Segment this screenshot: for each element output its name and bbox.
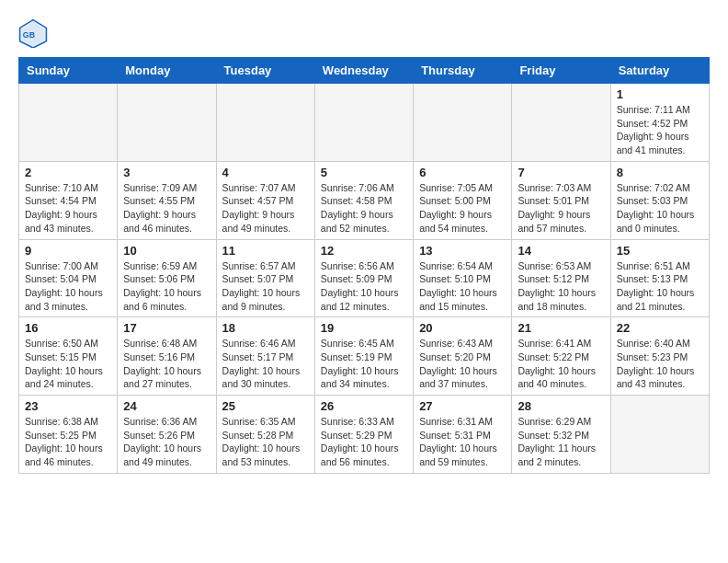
day-cell: 10Sunrise: 6:59 AM Sunset: 5:06 PM Dayli… [118,239,216,317]
day-number: 22 [617,321,703,335]
day-info: Sunrise: 6:53 AM Sunset: 5:12 PM Dayligh… [518,259,604,314]
day-info: Sunrise: 6:57 AM Sunset: 5:07 PM Dayligh… [222,259,309,314]
day-number: 26 [321,399,407,413]
day-info: Sunrise: 6:36 AM Sunset: 5:26 PM Dayligh… [123,415,210,469]
day-cell: 23Sunrise: 6:38 AM Sunset: 5:25 PM Dayli… [19,396,118,474]
day-cell: 18Sunrise: 6:46 AM Sunset: 5:17 PM Dayli… [216,317,314,396]
day-info: Sunrise: 6:59 AM Sunset: 5:06 PM Dayligh… [123,259,210,314]
day-cell: 16Sunrise: 6:50 AM Sunset: 5:15 PM Dayli… [19,317,118,396]
week-row-4: 16Sunrise: 6:50 AM Sunset: 5:15 PM Dayli… [19,317,710,396]
day-cell: 2Sunrise: 7:10 AM Sunset: 4:54 PM Daylig… [19,161,118,239]
day-cell: 19Sunrise: 6:45 AM Sunset: 5:19 PM Dayli… [314,317,413,396]
day-cell: 21Sunrise: 6:41 AM Sunset: 5:22 PM Dayli… [512,317,610,396]
day-info: Sunrise: 7:09 AM Sunset: 4:55 PM Dayligh… [123,181,210,236]
day-number: 8 [617,166,703,179]
day-cell: 13Sunrise: 6:54 AM Sunset: 5:10 PM Dayli… [414,239,512,317]
day-cell: 24Sunrise: 6:36 AM Sunset: 5:26 PM Dayli… [118,396,216,474]
day-cell: 14Sunrise: 6:53 AM Sunset: 5:12 PM Dayli… [512,239,610,317]
day-number: 3 [123,166,210,179]
day-cell: 28Sunrise: 6:29 AM Sunset: 5:32 PM Dayli… [512,396,610,474]
svg-text:GB: GB [23,30,35,40]
day-cell [610,396,709,474]
day-number: 27 [419,399,506,413]
day-info: Sunrise: 6:31 AM Sunset: 5:31 PM Dayligh… [419,415,506,469]
day-info: Sunrise: 7:05 AM Sunset: 5:00 PM Dayligh… [419,181,506,236]
day-info: Sunrise: 6:33 AM Sunset: 5:29 PM Dayligh… [321,415,407,469]
weekday-header-friday: Friday [512,58,610,84]
day-cell: 26Sunrise: 6:33 AM Sunset: 5:29 PM Dayli… [314,396,413,474]
day-cell: 8Sunrise: 7:02 AM Sunset: 5:03 PM Daylig… [610,161,709,239]
day-cell: 12Sunrise: 6:56 AM Sunset: 5:09 PM Dayli… [314,239,413,317]
day-number: 24 [123,399,210,413]
day-info: Sunrise: 6:35 AM Sunset: 5:28 PM Dayligh… [222,415,309,469]
day-cell: 20Sunrise: 6:43 AM Sunset: 5:20 PM Dayli… [414,317,512,396]
day-info: Sunrise: 6:38 AM Sunset: 5:25 PM Dayligh… [25,415,111,469]
day-number: 6 [419,166,506,179]
day-cell [414,84,512,162]
logo: GB [18,18,51,48]
day-number: 15 [617,244,703,258]
day-number: 10 [123,244,210,258]
day-number: 25 [222,399,309,413]
weekday-header-thursday: Thursday [414,58,512,84]
day-number: 13 [419,244,506,258]
day-cell: 25Sunrise: 6:35 AM Sunset: 5:28 PM Dayli… [216,396,314,474]
day-info: Sunrise: 6:40 AM Sunset: 5:23 PM Dayligh… [617,337,703,391]
day-cell: 4Sunrise: 7:07 AM Sunset: 4:57 PM Daylig… [216,161,314,239]
day-number: 2 [25,166,111,179]
weekday-header-tuesday: Tuesday [216,58,314,84]
day-info: Sunrise: 7:07 AM Sunset: 4:57 PM Dayligh… [222,181,309,236]
day-cell: 17Sunrise: 6:48 AM Sunset: 5:16 PM Dayli… [118,317,216,396]
week-row-2: 2Sunrise: 7:10 AM Sunset: 4:54 PM Daylig… [19,161,710,239]
day-number: 14 [518,244,604,258]
day-number: 11 [222,244,309,258]
weekday-header-wednesday: Wednesday [314,58,413,84]
day-cell: 27Sunrise: 6:31 AM Sunset: 5:31 PM Dayli… [414,396,512,474]
day-info: Sunrise: 6:45 AM Sunset: 5:19 PM Dayligh… [321,337,407,391]
week-row-5: 23Sunrise: 6:38 AM Sunset: 5:25 PM Dayli… [19,396,710,474]
day-cell [512,84,610,162]
day-info: Sunrise: 6:51 AM Sunset: 5:13 PM Dayligh… [617,259,703,314]
day-cell [216,84,314,162]
day-cell: 7Sunrise: 7:03 AM Sunset: 5:01 PM Daylig… [512,161,610,239]
day-info: Sunrise: 6:54 AM Sunset: 5:10 PM Dayligh… [419,259,506,314]
calendar-table: SundayMondayTuesdayWednesdayThursdayFrid… [18,57,710,474]
day-cell: 22Sunrise: 6:40 AM Sunset: 5:23 PM Dayli… [610,317,709,396]
weekday-header-saturday: Saturday [610,58,709,84]
day-cell: 15Sunrise: 6:51 AM Sunset: 5:13 PM Dayli… [610,239,709,317]
day-number: 12 [321,244,407,258]
day-number: 21 [518,321,604,335]
day-info: Sunrise: 6:41 AM Sunset: 5:22 PM Dayligh… [518,337,604,391]
day-number: 28 [518,399,604,413]
week-row-3: 9Sunrise: 7:00 AM Sunset: 5:04 PM Daylig… [19,239,710,317]
day-info: Sunrise: 7:02 AM Sunset: 5:03 PM Dayligh… [617,181,703,236]
day-number: 7 [518,166,604,179]
day-info: Sunrise: 7:00 AM Sunset: 5:04 PM Dayligh… [25,259,111,314]
day-cell: 9Sunrise: 7:00 AM Sunset: 5:04 PM Daylig… [19,239,118,317]
day-number: 17 [123,321,210,335]
day-number: 9 [25,244,111,258]
day-number: 16 [25,321,111,335]
day-info: Sunrise: 6:46 AM Sunset: 5:17 PM Dayligh… [222,337,309,391]
weekday-header-monday: Monday [118,58,216,84]
day-number: 19 [321,321,407,335]
day-cell [19,84,118,162]
week-row-1: 1Sunrise: 7:11 AM Sunset: 4:52 PM Daylig… [19,84,710,162]
day-number: 4 [222,166,309,179]
day-number: 23 [25,399,111,413]
day-cell [118,84,216,162]
day-cell: 6Sunrise: 7:05 AM Sunset: 5:00 PM Daylig… [414,161,512,239]
weekday-header-sunday: Sunday [19,58,118,84]
day-cell [314,84,413,162]
day-info: Sunrise: 6:56 AM Sunset: 5:09 PM Dayligh… [321,259,407,314]
day-info: Sunrise: 7:10 AM Sunset: 4:54 PM Dayligh… [25,181,111,236]
day-info: Sunrise: 7:06 AM Sunset: 4:58 PM Dayligh… [321,181,407,236]
day-info: Sunrise: 7:03 AM Sunset: 5:01 PM Dayligh… [518,181,604,236]
day-info: Sunrise: 6:48 AM Sunset: 5:16 PM Dayligh… [123,337,210,391]
page-header: GB [18,18,710,48]
day-info: Sunrise: 6:43 AM Sunset: 5:20 PM Dayligh… [419,337,506,391]
day-cell: 11Sunrise: 6:57 AM Sunset: 5:07 PM Dayli… [216,239,314,317]
day-number: 20 [419,321,506,335]
day-info: Sunrise: 6:50 AM Sunset: 5:15 PM Dayligh… [25,337,111,391]
day-cell: 1Sunrise: 7:11 AM Sunset: 4:52 PM Daylig… [610,84,709,162]
